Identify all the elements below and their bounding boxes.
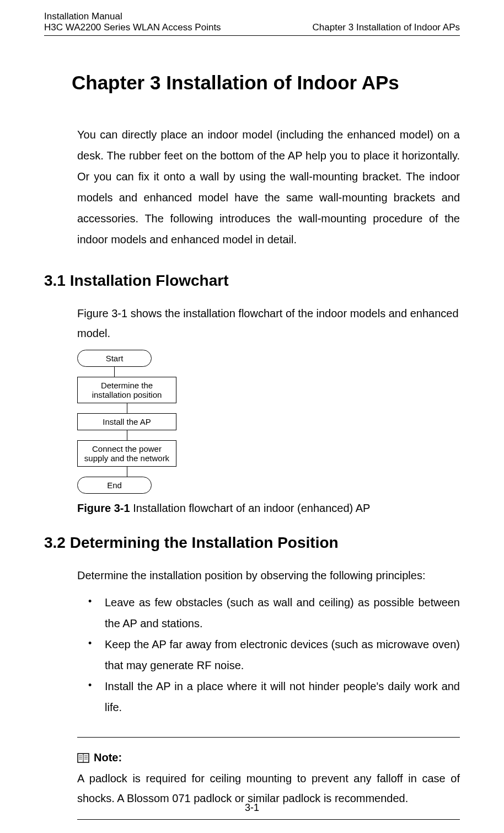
list-item: Install the AP in a place where it will …: [77, 676, 460, 718]
bullet-list: Leave as few obstacles (such as wall and…: [77, 592, 460, 718]
flowchart-connector: [127, 403, 127, 413]
intro-paragraph: You can directly place an indoor model (…: [77, 124, 460, 250]
header-right: Chapter 3 Installation of Indoor APs: [313, 22, 460, 33]
book-icon: [77, 753, 89, 763]
figure-label: Figure 3-1: [77, 502, 130, 514]
header-line2: H3C WA2200 Series WLAN Access Points: [44, 22, 221, 33]
flowchart-connector: [114, 367, 115, 377]
flowchart-step2: Install the AP: [77, 413, 176, 430]
flowchart-connector: [127, 467, 127, 477]
flowchart-step3: Connect the power supply and the network: [77, 440, 176, 467]
page-header: Installation Manual H3C WA2200 Series WL…: [44, 11, 460, 36]
page-number: 3-1: [0, 802, 504, 814]
section-3-2-para: Determine the installation position by o…: [77, 565, 460, 585]
figure-text: Installation flowchart of an indoor (enh…: [130, 502, 371, 514]
flowchart-step1: Determine the installation position: [77, 377, 176, 403]
list-item: Leave as few obstacles (such as wall and…: [77, 592, 460, 634]
flowchart-start: Start: [77, 350, 152, 367]
flowchart: Start Determine the installation positio…: [77, 350, 460, 494]
chapter-title: Chapter 3 Installation of Indoor APs: [72, 72, 460, 94]
flowchart-connector: [127, 430, 127, 440]
flowchart-end: End: [77, 477, 152, 494]
list-item: Keep the AP far away from electronic dev…: [77, 634, 460, 676]
note-label: Note:: [94, 751, 122, 764]
header-line1: Installation Manual: [44, 11, 221, 22]
figure-caption: Figure 3-1 Installation flowchart of an …: [77, 502, 460, 515]
section-3-1-para: Figure 3-1 shows the installation flowch…: [77, 303, 460, 343]
section-3-1-heading: 3.1 Installation Flowchart: [44, 272, 460, 290]
note-title: Note:: [77, 751, 460, 764]
section-3-2-heading: 3.2 Determining the Installation Positio…: [44, 534, 460, 552]
header-left: Installation Manual H3C WA2200 Series WL…: [44, 11, 221, 33]
